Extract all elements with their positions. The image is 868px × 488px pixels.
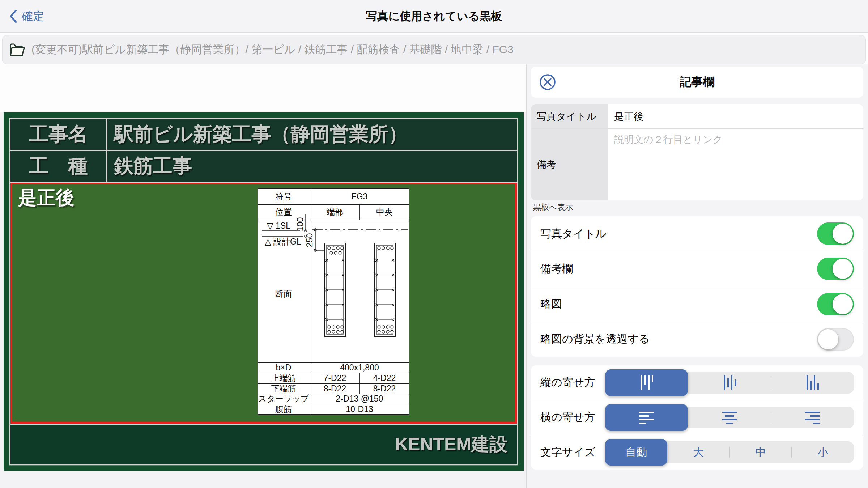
board-row-project: 工事名 駅前ビル新築工事（静岡営業所）: [10, 119, 517, 151]
sketch-bxd-label: b×D: [276, 363, 292, 372]
valign-top-icon: [639, 374, 655, 391]
horizontal-align-label: 横の寄せ方: [540, 410, 595, 425]
toggle-knob: [833, 294, 853, 314]
back-button[interactable]: 確定: [9, 0, 44, 33]
sketch-dim-250: 250: [305, 233, 314, 247]
sketch-pos-left: 端部: [327, 207, 343, 217]
panel-header-card: 記事欄: [531, 67, 863, 98]
board-photo-title: 是正後: [18, 185, 75, 211]
photo-title-label: 写真タイトル: [531, 104, 608, 128]
halign-right-icon: [804, 410, 821, 425]
toggle-label: 略図の背景を透過する: [540, 332, 650, 347]
toggle-label: 写真タイトル: [540, 226, 607, 241]
display-on-board-section-label: 黒板へ表示: [533, 202, 573, 213]
valign-bottom-icon: [804, 374, 820, 391]
font-size-small-segment[interactable]: 小: [792, 441, 854, 463]
remarks-textarea[interactable]: [608, 129, 863, 200]
sketch-bottombar-label: 下端筋: [271, 384, 296, 393]
remarks-toggle[interactable]: [817, 258, 854, 280]
photo-title-toggle[interactable]: [817, 222, 854, 245]
toggle-label: 略図: [540, 297, 562, 311]
sketch-pos-right: 中央: [376, 207, 393, 217]
sketch-topbar-left: 7-D22: [324, 373, 346, 383]
font-size-auto-segment[interactable]: 自動: [605, 439, 667, 466]
folder-icon: [9, 42, 26, 57]
font-size-medium-segment[interactable]: 中: [729, 441, 792, 463]
page-title: 写真に使用されている黒板: [0, 0, 868, 33]
display-toggles-card: 写真タイトル 備考欄 略図 略図の背景を透過する: [531, 216, 863, 357]
valign-center-segment[interactable]: [688, 372, 771, 394]
remarks-row: 備考: [531, 129, 863, 200]
font-size-segmented-control: 自動 大 中 小: [605, 441, 854, 463]
font-size-row: 文字サイズ 自動 大 中 小: [531, 435, 863, 470]
toggle-knob: [818, 329, 838, 349]
toggle-row-sketch: 略図: [531, 287, 863, 322]
valign-top-segment[interactable]: [605, 369, 688, 396]
font-size-option-label: 中: [755, 445, 766, 460]
sketch-bxd-value: 400x1,800: [340, 363, 379, 372]
sketch-level-sl: ▽ 1SL: [267, 221, 290, 230]
blackboard-preview[interactable]: 工事名 駅前ビル新築工事（静岡営業所） 工 種 鉄筋工事 是正後: [4, 112, 524, 471]
app-root: 確定 写真に使用されている黒板 (変更不可)駅前ビル新築工事（静岡営業所）/ 第…: [0, 0, 868, 488]
preview-upper-area: [0, 64, 526, 112]
breadcrumb-path: (変更不可)駅前ビル新築工事（静岡営業所）/ 第一ビル / 鉄筋工事 / 配筋検…: [31, 42, 514, 57]
vertical-align-segmented-control: [605, 372, 854, 394]
halign-left-segment[interactable]: [605, 404, 688, 431]
toggle-knob: [833, 224, 853, 244]
sketch-toggle[interactable]: [817, 293, 854, 315]
top-navigation-bar: 確定 写真に使用されている黒板: [0, 0, 868, 33]
board-worktype-value: 鉄筋工事: [107, 151, 517, 182]
sketch-sign-label: 符号: [275, 192, 292, 201]
sketch-topbar-label: 上端筋: [271, 373, 296, 383]
article-settings-panel: 記事欄 写真タイトル 備考 黒板へ表示 写真タイトル 備考欄 略図: [526, 64, 868, 488]
sketch-bottombar-right: 8-D22: [373, 384, 396, 393]
photo-title-row: 写真タイトル: [531, 104, 863, 129]
board-company-name: KENTEM建設: [395, 432, 507, 457]
blackboard-frame: 工事名 駅前ビル新築工事（静岡営業所） 工 種 鉄筋工事 是正後: [9, 118, 518, 465]
rebar-sketch-diagram: 符号 FG3 位置 端部 中央 ▽ 1SL △ 設計GL: [258, 188, 409, 415]
halign-right-segment[interactable]: [771, 407, 854, 428]
horizontal-align-segmented-control: [605, 407, 854, 428]
board-sketch-region[interactable]: 是正後: [10, 183, 517, 424]
breadcrumb: (変更不可)駅前ビル新築工事（静岡営業所）/ 第一ビル / 鉄筋工事 / 配筋検…: [2, 35, 866, 64]
sketch-section-label: 断面: [275, 289, 292, 298]
photo-preview-pane: 工事名 駅前ビル新築工事（静岡営業所） 工 種 鉄筋工事 是正後: [0, 64, 526, 488]
close-icon[interactable]: [539, 73, 556, 91]
toggle-knob: [833, 259, 853, 279]
sketch-dim-100: 100: [295, 217, 305, 231]
vertical-align-row: 縦の寄せ方: [531, 365, 863, 400]
board-row-worktype: 工 種 鉄筋工事: [10, 151, 517, 183]
halign-center-segment[interactable]: [688, 407, 771, 428]
sketch-sign-value: FG3: [352, 192, 368, 201]
sketch-pos-label: 位置: [275, 207, 292, 217]
halign-left-icon: [638, 410, 655, 425]
board-project-label: 工事名: [10, 119, 107, 150]
back-button-label: 確定: [22, 9, 44, 24]
toggle-row-remarks: 備考欄: [531, 251, 863, 286]
sketch-stirrup-label: スターラップ: [258, 394, 309, 403]
font-size-option-label: 小: [817, 445, 828, 460]
toggle-row-photo-title: 写真タイトル: [531, 216, 863, 251]
sketch-level-gl: △ 設計GL: [265, 237, 301, 246]
sketch-bottombar-left: 8-D22: [324, 384, 346, 393]
photo-title-input[interactable]: [608, 104, 863, 128]
sketch-webbar-label: 腹筋: [275, 404, 292, 414]
font-size-option-label: 大: [693, 445, 704, 460]
panel-title: 記事欄: [531, 74, 863, 90]
alignment-card: 縦の寄せ方: [531, 365, 863, 470]
sketch-stirrup-value: 2-D13 @150: [336, 394, 383, 403]
remarks-label: 備考: [531, 129, 608, 200]
valign-center-icon: [722, 374, 737, 391]
sketch-transparent-toggle[interactable]: [817, 328, 854, 351]
font-size-large-segment[interactable]: 大: [667, 441, 729, 463]
article-form-card: 写真タイトル 備考: [531, 104, 863, 200]
board-company-row: KENTEM建設: [10, 424, 517, 464]
chevron-left-icon: [9, 9, 17, 23]
sketch-webbar-value: 10-D13: [346, 404, 373, 414]
valign-bottom-segment[interactable]: [771, 372, 854, 394]
vertical-align-label: 縦の寄せ方: [540, 375, 595, 390]
toggle-row-sketch-transparent: 略図の背景を透過する: [531, 322, 863, 357]
halign-center-icon: [721, 410, 738, 425]
horizontal-align-row: 横の寄せ方: [531, 400, 863, 434]
font-size-option-label: 自動: [625, 445, 647, 460]
